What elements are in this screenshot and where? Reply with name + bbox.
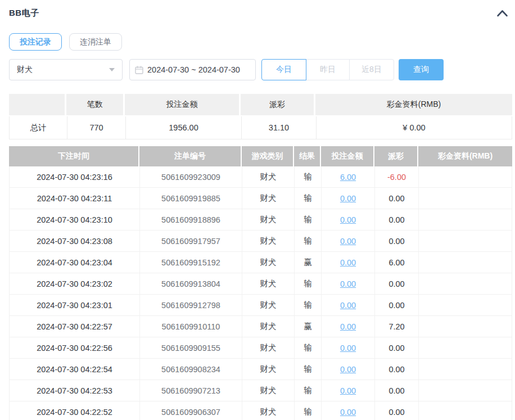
bet-time-cell: 2024-07-30 04:23:10 bbox=[10, 209, 139, 230]
range-yesterday-button[interactable]: 昨日 bbox=[306, 59, 350, 80]
bonus-cell bbox=[418, 231, 512, 251]
tab-cancelled-orders[interactable]: 连消注单 bbox=[69, 33, 122, 51]
result-cell: 输 bbox=[294, 188, 321, 209]
bet-time-cell: 2024-07-30 04:22:57 bbox=[10, 316, 139, 337]
result-cell: 输 bbox=[294, 209, 321, 230]
bet-amount-cell: 0.00 bbox=[321, 337, 374, 358]
bonus-cell bbox=[418, 401, 512, 420]
summary-col-blank bbox=[9, 94, 66, 115]
collapse-button[interactable] bbox=[496, 10, 508, 17]
bet-time-cell: 2024-07-30 04:22:54 bbox=[10, 359, 139, 380]
range-today-button[interactable]: 今日 bbox=[261, 59, 306, 80]
bet-amount-link[interactable]: 0.00 bbox=[340, 344, 356, 353]
game-type-cell: 财犬 bbox=[242, 295, 294, 315]
query-button[interactable]: 查询 bbox=[399, 59, 444, 80]
game-type-cell: 财犬 bbox=[242, 188, 294, 209]
summary-col-count: 笔数 bbox=[66, 94, 125, 115]
order-id-cell: 5061609919885 bbox=[139, 188, 242, 209]
bonus-cell bbox=[418, 252, 512, 273]
summary-total-bet-amount: 1956.00 bbox=[125, 116, 241, 139]
bonus-cell bbox=[418, 209, 512, 230]
bet-amount-cell: 0.00 bbox=[321, 401, 374, 420]
bet-time-cell: 2024-07-30 04:23:08 bbox=[10, 231, 139, 251]
table-row: 2024-07-30 04:22:56 5061609909155 财犬 输 0… bbox=[10, 337, 512, 359]
order-id-cell: 5061609906307 bbox=[139, 401, 242, 420]
bet-records-panel: BB电子 投注记录 连消注单 财犬 bbox=[0, 0, 515, 420]
order-id-cell: 5061609907213 bbox=[139, 380, 242, 401]
bet-amount-link[interactable]: 0.00 bbox=[340, 194, 356, 203]
bet-time-cell: 2024-07-30 04:23:04 bbox=[10, 252, 139, 273]
payout-cell: 0.00 bbox=[374, 209, 418, 230]
bet-amount-cell: 0.00 bbox=[321, 295, 374, 315]
bet-time-cell: 2024-07-30 04:23:11 bbox=[10, 188, 139, 209]
bet-amount-link[interactable]: 0.00 bbox=[340, 258, 356, 267]
panel-title: BB电子 bbox=[9, 8, 39, 19]
game-type-cell: 财犬 bbox=[242, 337, 294, 358]
payout-cell: 6.00 bbox=[374, 252, 418, 273]
game-type-cell: 财犬 bbox=[242, 166, 294, 187]
result-cell: 输 bbox=[294, 380, 321, 401]
game-type-cell: 财犬 bbox=[242, 231, 294, 251]
bet-amount-link[interactable]: 0.00 bbox=[340, 322, 356, 331]
bet-amount-link[interactable]: 0.00 bbox=[340, 215, 356, 224]
bet-records-table: 下注时间 注单编号 游戏类别 结果 投注金额 派彩 彩金资料(RMB) 2024… bbox=[9, 146, 512, 420]
order-id-cell: 5061609913804 bbox=[139, 273, 242, 294]
range-last8days-button[interactable]: 近8日 bbox=[349, 59, 394, 80]
payout-cell: 0.00 bbox=[374, 231, 418, 251]
order-id-cell: 5061609909155 bbox=[139, 337, 242, 358]
summary-table: 笔数 投注金额 派彩 彩金资料(RMB) 总计 770 1956.00 31.1… bbox=[9, 94, 512, 139]
bet-amount-link[interactable]: 0.00 bbox=[340, 386, 356, 395]
game-type-cell: 财犬 bbox=[242, 359, 294, 380]
table-row: 2024-07-30 04:23:04 5061609915192 财犬 赢 0… bbox=[10, 252, 512, 273]
col-order-id: 注单编号 bbox=[139, 146, 242, 166]
tab-bet-records[interactable]: 投注记录 bbox=[9, 33, 62, 51]
col-result: 结果 bbox=[294, 146, 321, 166]
result-cell: 输 bbox=[294, 231, 321, 251]
table-row: 2024-07-30 04:22:54 5061609908234 财犬 输 0… bbox=[10, 359, 512, 380]
col-payout: 派彩 bbox=[374, 146, 418, 166]
game-type-cell: 财犬 bbox=[242, 316, 294, 337]
result-cell: 赢 bbox=[294, 316, 321, 337]
bet-amount-link[interactable]: 0.00 bbox=[340, 301, 356, 310]
bet-time-cell: 2024-07-30 04:23:02 bbox=[10, 273, 139, 294]
payout-cell: 0.00 bbox=[374, 337, 418, 358]
payout-cell: 0.00 bbox=[374, 401, 418, 420]
bet-amount-cell: 0.00 bbox=[321, 209, 374, 230]
bet-time-cell: 2024-07-30 04:22:56 bbox=[10, 337, 139, 358]
bet-amount-link[interactable]: 0.00 bbox=[340, 408, 356, 417]
bet-amount-link[interactable]: 6.00 bbox=[340, 173, 356, 182]
bet-time-cell: 2024-07-30 04:23:16 bbox=[10, 166, 139, 187]
game-type-cell: 财犬 bbox=[242, 209, 294, 230]
date-range-input[interactable]: 2024-07-30 ~ 2024-07-30 bbox=[129, 59, 256, 80]
record-type-tabs: 投注记录 连消注单 bbox=[9, 33, 512, 51]
game-select-value: 财犬 bbox=[17, 65, 33, 75]
bet-table-header: 下注时间 注单编号 游戏类别 结果 投注金额 派彩 彩金资料(RMB) bbox=[9, 146, 512, 166]
summary-total-count: 770 bbox=[67, 116, 125, 139]
summary-table-header: 笔数 投注金额 派彩 彩金资料(RMB) bbox=[9, 94, 512, 115]
bonus-cell bbox=[418, 166, 512, 187]
order-id-cell: 5061609918896 bbox=[139, 209, 242, 230]
table-row: 2024-07-30 04:23:01 5061609912798 财犬 输 0… bbox=[10, 295, 512, 316]
table-row: 2024-07-30 04:23:11 5061609919885 财犬 输 0… bbox=[10, 188, 512, 209]
bonus-cell bbox=[418, 359, 512, 380]
bet-amount-cell: 0.00 bbox=[321, 252, 374, 273]
bet-time-cell: 2024-07-30 04:22:52 bbox=[10, 401, 139, 420]
order-id-cell: 5061609908234 bbox=[139, 359, 242, 380]
table-row: 2024-07-30 04:22:53 5061609907213 财犬 输 0… bbox=[10, 380, 512, 401]
result-cell: 输 bbox=[294, 273, 321, 294]
bet-amount-cell: 0.00 bbox=[321, 231, 374, 251]
summary-total-label: 总计 bbox=[10, 116, 67, 139]
table-row: 2024-07-30 04:22:52 5061609906307 财犬 输 0… bbox=[10, 401, 512, 420]
col-bet-amount: 投注金额 bbox=[321, 146, 374, 166]
order-id-cell: 5061609917957 bbox=[139, 231, 242, 251]
order-id-cell: 5061609915192 bbox=[139, 252, 242, 273]
bet-amount-link[interactable]: 0.00 bbox=[340, 279, 356, 288]
bet-time-cell: 2024-07-30 04:23:01 bbox=[10, 295, 139, 315]
quick-range-group: 今日 昨日 近8日 bbox=[261, 59, 394, 80]
bet-amount-link[interactable]: 0.00 bbox=[340, 365, 356, 374]
bet-amount-link[interactable]: 0.00 bbox=[340, 237, 356, 246]
game-select[interactable]: 财犬 bbox=[9, 59, 123, 80]
bonus-cell bbox=[418, 273, 512, 294]
col-bonus: 彩金资料(RMB) bbox=[418, 146, 512, 166]
col-game-type: 游戏类别 bbox=[242, 146, 294, 166]
